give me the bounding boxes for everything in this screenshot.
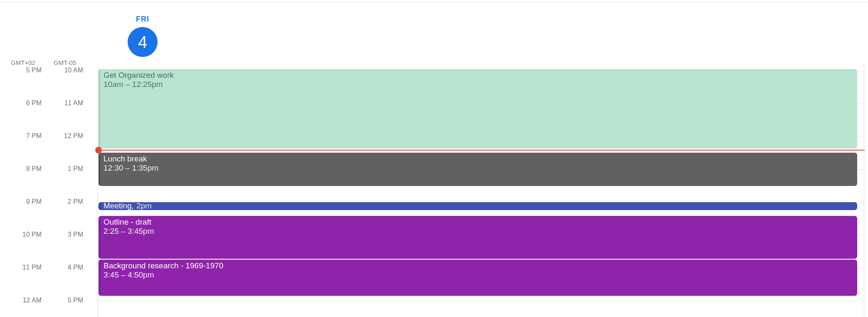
day-header: FRI 4 [97,15,188,57]
time-label-tz1: 5 PM [0,67,42,74]
time-label-tz2: 4 PM [42,264,83,271]
events-layer: Get Organized work10am – 12:25pmLunch br… [99,71,860,317]
time-label-tz2: 11 AM [42,99,83,107]
event-time: 10am – 12:25pm [104,80,853,89]
event-time: 3:45 – 4:50pm [104,270,853,280]
time-label-tz2: 1 PM [42,165,83,173]
timezone-label-2: GMT-05 [54,59,76,66]
event-title: Background research - 1969-1970 [104,261,853,270]
calendar-day-view: FRI 4 GMT+02 GMT-05 5 PM10 AM6 PM11 AM7 … [0,0,868,317]
time-label-tz1: 12 AM [0,297,42,304]
date-circle[interactable]: 4 [128,27,158,57]
time-label-tz2: 12 PM [42,132,83,140]
event-block[interactable]: Background research - 1969-19703:45 – 4:… [99,260,857,296]
event-time: 12:30 – 1:35pm [104,163,853,173]
top-separator [0,2,868,2]
event-block[interactable]: Lunch break12:30 – 1:35pm [99,153,857,186]
event-block[interactable]: Outline - draft2:25 – 3:45pm [99,216,857,259]
time-label-tz2: 3 PM [42,231,83,238]
time-label-tz1: 10 PM [0,231,42,238]
event-block[interactable]: Get Organized work10am – 12:25pm [99,69,857,149]
time-label-tz1: 9 PM [0,198,42,206]
time-label-tz1: 8 PM [0,165,42,173]
time-label-tz2: 10 AM [42,67,83,74]
time-label-tz1: 6 PM [0,99,42,107]
time-label-tz1: 7 PM [0,132,42,140]
event-title: Get Organized work [104,71,853,80]
time-label-tz2: 2 PM [42,198,83,206]
timezone-label-1: GMT+02 [11,59,35,66]
event-time: 2pm [136,202,152,209]
event-title: Lunch break [104,154,853,163]
time-grid[interactable]: 5 PM10 AM6 PM11 AM7 PM12 PM8 PM1 PM9 PM2… [0,71,868,317]
time-label-tz2: 5 PM [42,297,83,304]
day-abbr[interactable]: FRI [128,15,158,24]
event-title: Meeting, [104,202,134,209]
event-block[interactable]: Meeting,2pm [99,202,857,210]
time-label-tz1: 11 PM [0,264,42,271]
event-title: Outline - draft [104,218,853,227]
event-time: 2:25 – 3:45pm [104,227,853,236]
